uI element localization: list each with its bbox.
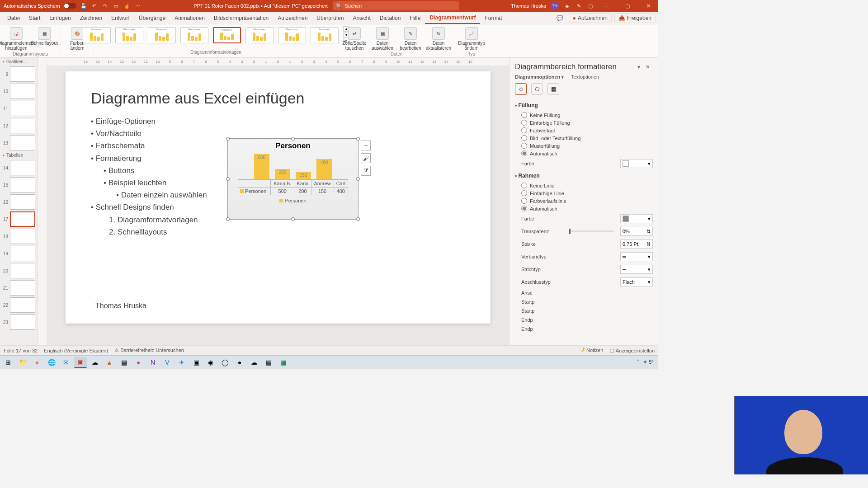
task-app4[interactable]: ● [132, 357, 145, 368]
task-vscode[interactable]: V [161, 357, 174, 368]
swap-row-col-button[interactable]: ⇄Zeile/Spalte tauschen [342, 26, 367, 52]
border-width-input[interactable]: 0,75 Pt.⇅ [620, 239, 653, 249]
fill-none[interactable]: Keine Füllung [513, 111, 655, 119]
search-box[interactable]: 🔍 Suchen [333, 1, 459, 10]
tab-format[interactable]: Format [480, 12, 506, 24]
slide-canvas[interactable]: Diagramme aus Excel einfügen Einfüge-Opt… [47, 66, 509, 345]
border-solid[interactable]: Einfarbige Linie [513, 189, 655, 197]
task-app6[interactable]: ◉ [204, 357, 217, 368]
embedded-chart[interactable]: Personen 500200150400 Karin B.KarinAndre… [227, 138, 359, 220]
fill-picture[interactable]: Bild- oder Texturfüllung [513, 134, 655, 142]
add-chart-element-button[interactable]: 📊Diagrammelement hinzufügen [4, 26, 29, 52]
resize-handle[interactable] [291, 137, 295, 141]
redo-icon[interactable]: ↷ [102, 2, 109, 9]
resize-handle[interactable] [291, 217, 295, 221]
task-explorer[interactable]: 📁 [16, 357, 29, 368]
task-excel[interactable]: ▦ [277, 357, 289, 368]
tab-uebergaenge[interactable]: Übergänge [134, 12, 170, 24]
slide-thumb-20[interactable]: 20 [0, 262, 38, 279]
tab-zeichnen[interactable]: Zeichnen [75, 12, 107, 24]
task-chrome[interactable]: 🌐 [45, 357, 58, 368]
maximize-button[interactable]: ▢ [619, 0, 636, 12]
task-app1[interactable]: ☁ [89, 357, 101, 368]
slide-title[interactable]: Diagramme aus Excel einfügen [91, 89, 465, 107]
slide-thumb-13[interactable]: 13 [0, 134, 38, 151]
task-firefox[interactable]: ● [31, 357, 43, 368]
task-powerpoint[interactable]: ▣ [74, 357, 87, 368]
tab-hilfe[interactable]: Hilfe [405, 12, 425, 24]
task-app3[interactable]: ▤ [118, 357, 130, 368]
pane-close-icon[interactable]: ✕ [643, 63, 653, 71]
border-none[interactable]: Keine Linie [513, 182, 655, 189]
ribbon-display-icon[interactable]: ▢ [587, 2, 594, 9]
user-name[interactable]: Thomas Hruska [511, 3, 546, 9]
chart-elements-button[interactable]: ＋ [361, 141, 371, 150]
close-button[interactable]: ✕ [640, 0, 656, 12]
tab-einfuegen[interactable]: Einfügen [45, 12, 75, 24]
pane-collapse-icon[interactable]: ▾ [635, 63, 643, 71]
fill-line-tab-icon[interactable]: ◇ [515, 83, 527, 95]
transparency-slider[interactable] [569, 230, 614, 232]
weather-widget[interactable]: ☀ 5° [643, 359, 654, 365]
task-app9[interactable]: ▤ [262, 357, 275, 368]
slide-thumb-10[interactable]: 10 [0, 83, 38, 100]
tab-dictation[interactable]: Dictation [375, 12, 406, 24]
task-app8[interactable]: ☁ [248, 357, 260, 368]
tab-start[interactable]: Start [24, 12, 45, 24]
refresh-data-button[interactable]: ↻Daten aktualisieren [426, 26, 451, 52]
task-app7[interactable]: ● [233, 357, 246, 368]
section-fill[interactable]: Füllung [513, 99, 655, 111]
diamond-icon[interactable]: ◈ [563, 2, 571, 9]
slide-thumb-9[interactable]: 9 [0, 66, 38, 83]
display-settings[interactable]: 🖵 Anzeigeeinstellun [609, 348, 655, 353]
task-app5[interactable]: ▣ [190, 357, 203, 368]
tab-ansicht[interactable]: Ansicht [348, 12, 375, 24]
tab-entwurf[interactable]: Entwurf [107, 12, 134, 24]
effects-tab-icon[interactable]: ⬠ [531, 83, 543, 95]
fill-auto[interactable]: Automatisch [513, 150, 655, 157]
chart-styles-gallery[interactable]: ▴ ▾ ⊟ [82, 26, 350, 50]
accessibility-status[interactable]: ⚠ Barrierefreiheit: Untersuchen [114, 347, 184, 353]
slide-thumbnails-pane[interactable]: Grafiken... 910111213 Tabellen 141516171… [0, 58, 38, 345]
slide-thumb-15[interactable]: 15 [0, 176, 38, 193]
start-button[interactable]: ⊞ [2, 357, 14, 368]
tab-text-options[interactable]: Textoptionen [571, 74, 599, 80]
tab-diagram-options[interactable]: Diagrammoptionen [515, 74, 564, 80]
cap-type-picker[interactable]: Flach▾ [620, 277, 653, 286]
save-icon[interactable]: 💾 [80, 2, 87, 9]
slide-thumb-21[interactable]: 21 [0, 279, 38, 296]
slide-thumb-22[interactable]: 22 [0, 296, 38, 314]
minimize-button[interactable]: ─ [599, 0, 615, 12]
task-telegram[interactable]: ✈ [175, 357, 188, 368]
slide-thumb-17[interactable]: 17 [0, 211, 38, 228]
dash-type-picker[interactable]: ─▾ [620, 265, 653, 274]
border-gradient[interactable]: Farbverlaufslinie [513, 197, 655, 205]
tab-animationen[interactable]: Animationen [170, 12, 209, 24]
resize-handle[interactable] [226, 137, 230, 141]
edit-data-button[interactable]: ✎Daten bearbeiten [398, 26, 423, 52]
resize-handle[interactable] [356, 217, 360, 221]
section-grafiken[interactable]: Grafiken... [0, 58, 38, 66]
section-tabellen[interactable]: Tabellen [0, 151, 38, 159]
section-border[interactable]: Rahmen [513, 170, 655, 182]
fill-color-picker[interactable]: ▾ [620, 159, 653, 168]
chart-filter-button[interactable]: ⧩ [361, 166, 371, 176]
slide-counter[interactable]: Folie 17 von 32 [4, 348, 38, 353]
chart-styles-button[interactable]: 🖌 [361, 153, 371, 163]
task-onenote[interactable]: N [146, 357, 159, 368]
task-outlook[interactable]: ✉ [60, 357, 72, 368]
present-icon[interactable]: ▭ [113, 2, 120, 9]
slide-thumb-12[interactable]: 12 [0, 117, 38, 134]
autosave-toggle[interactable] [64, 3, 76, 9]
avatar[interactable]: TH [551, 2, 559, 10]
slide-thumb-11[interactable]: 11 [0, 100, 38, 117]
quick-layout-button[interactable]: ▦Schnelllayout [32, 26, 57, 47]
fill-solid[interactable]: Einfarbige Füllung [513, 119, 655, 127]
transparency-input[interactable]: 0%⇅ [620, 227, 653, 236]
resize-handle[interactable] [226, 177, 230, 181]
record-button[interactable]: ●Aufzeichnen [569, 13, 612, 23]
comments-icon[interactable]: 💬 [554, 15, 566, 21]
border-color-picker[interactable]: ▾ [620, 214, 653, 223]
slide-thumb-16[interactable]: 16 [0, 193, 38, 211]
size-props-tab-icon[interactable]: ▦ [547, 83, 559, 95]
